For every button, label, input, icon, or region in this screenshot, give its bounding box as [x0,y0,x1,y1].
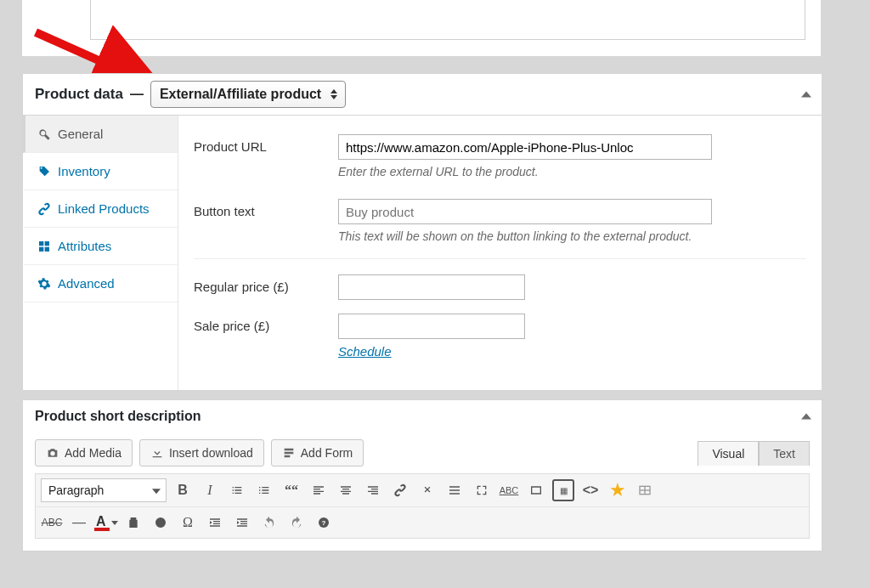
regular-price-label: Regular price (£) [194,274,338,294]
svg-text:?: ? [322,519,326,527]
sale-price-label: Sale price (£) [194,314,338,333]
link-icon [37,202,51,216]
short-description-title: Product short description [35,409,201,424]
special-character-button[interactable]: Ω [177,512,199,534]
undo-button[interactable] [258,512,280,534]
insert-download-button[interactable]: Insert download [139,439,264,466]
fields-area: Product URL Enter the external URL to th… [178,116,822,390]
bold-button[interactable]: B [172,479,194,501]
form-icon [282,446,296,460]
add-media-label: Add Media [65,446,121,460]
product-data-panel: Product data — External/Affiliate produc… [22,73,822,391]
tab-advanced-label: Advanced [58,276,115,291]
tag-icon [37,165,51,178]
button-text-label: Button text [194,199,338,218]
regular-price-input[interactable] [338,274,525,300]
tab-general-label: General [58,127,103,141]
button-text-input[interactable] [338,199,712,224]
editor-placeholder-frame [90,0,805,40]
tab-linked-products[interactable]: Linked Products [23,190,178,228]
panel-header: Product data — External/Affiliate produc… [23,74,822,116]
numbered-list-button[interactable] [253,479,275,501]
product-url-label: Product URL [194,134,338,154]
outdent-button[interactable] [204,512,226,534]
horizontal-rule-button[interactable]: — [68,512,90,534]
schedule-link[interactable]: Schedule [338,344,392,359]
tab-attributes[interactable]: Attributes [23,228,178,265]
tab-linked-label: Linked Products [58,201,150,216]
tab-visual[interactable]: Visual [698,441,759,466]
italic-button[interactable]: I [199,479,221,501]
insert-table-button[interactable] [634,479,656,501]
tab-inventory[interactable]: Inventory [23,153,178,190]
code-button[interactable]: <> [579,479,602,501]
blockquote-button[interactable]: ““ [280,479,302,501]
tab-general[interactable]: General [23,116,178,153]
help-button[interactable]: ? [313,512,335,534]
sale-price-input[interactable] [338,314,525,339]
product-data-tabs: General Inventory Linked Products [23,116,178,390]
short-description-header: Product short description [23,400,822,433]
product-url-help: Enter the external URL to the product. [338,165,806,178]
button-text-help: This text will be shown on the button li… [338,229,806,243]
tab-inventory-label: Inventory [58,164,110,178]
collapse-desc-toggle[interactable] [801,414,811,420]
add-media-button[interactable]: Add Media [35,439,133,466]
editor-toolbar: Paragraph B I ““ [35,473,810,539]
paste-text-button[interactable] [122,512,144,534]
spellcheck-button[interactable]: ABC [498,479,520,501]
tab-advanced[interactable]: Advanced [23,265,178,302]
product-url-input[interactable] [338,134,712,160]
add-form-button[interactable]: Add Form [271,439,364,466]
camera-icon [46,446,59,460]
product-type-selected: External/Affiliate product [160,87,321,102]
add-form-label: Add Form [301,446,353,460]
gear-icon [37,277,51,291]
insert-link-button[interactable] [389,479,411,501]
collapse-panel-toggle[interactable] [801,92,811,98]
product-type-select[interactable]: External/Affiliate product [150,81,346,108]
redo-button[interactable] [285,512,308,534]
short-description-panel: Product short description Add Media Inse… [22,399,822,551]
strikethrough-button[interactable]: ABC [41,512,63,534]
tab-attributes-label: Attributes [58,239,111,253]
star-icon[interactable]: ★ [607,479,629,501]
text-color-button[interactable]: A [95,512,117,534]
indent-button[interactable] [231,512,253,534]
tab-text[interactable]: Text [759,441,810,466]
paragraph-select[interactable]: Paragraph [41,478,167,502]
align-right-button[interactable] [362,479,384,501]
wrench-icon [37,127,51,141]
insert-download-label: Insert download [169,446,253,460]
fullscreen-button[interactable] [471,479,493,501]
align-center-button[interactable] [335,479,357,501]
remove-link-button[interactable] [416,479,438,501]
toolbar-toggle-button[interactable]: ▦ [552,479,574,501]
download-icon [150,446,164,460]
updown-icon [328,87,340,102]
insert-more-button[interactable] [443,479,466,501]
align-left-button[interactable] [308,479,330,501]
grid-icon [37,240,51,253]
clear-formatting-button[interactable] [150,512,172,534]
bullet-list-button[interactable] [226,479,248,501]
panel-title: Product data [35,86,123,103]
distraction-free-button[interactable] [525,479,547,501]
